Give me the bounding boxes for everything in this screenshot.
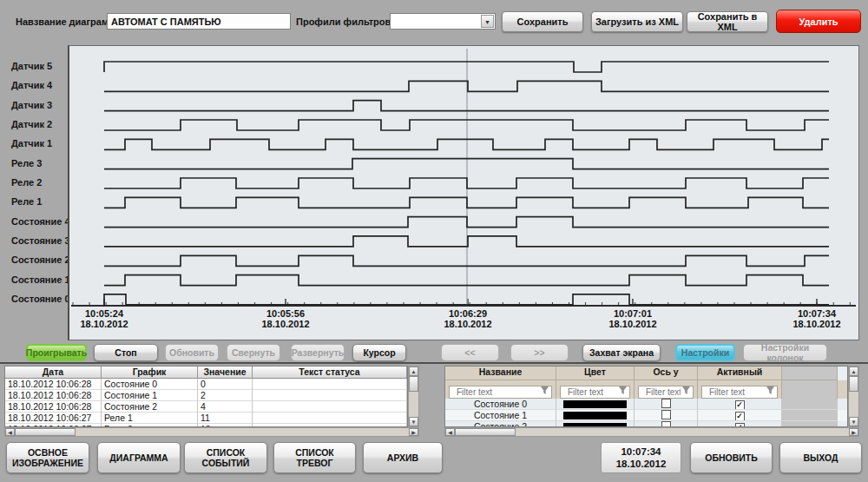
signal-label: Состояние 2	[11, 254, 67, 265]
stop-button[interactable]: Стоп	[94, 344, 158, 361]
scroll-left-button[interactable]: ◀	[445, 428, 455, 436]
filter-funnel-icon[interactable]	[618, 386, 628, 395]
events-cell	[253, 379, 407, 390]
play-button[interactable]: Проигрывать	[26, 344, 87, 361]
filter-funnel-icon[interactable]	[766, 386, 775, 395]
events-hscrollbar[interactable]: ◀▶	[4, 427, 419, 437]
series-axis-cell	[635, 421, 698, 427]
table-row[interactable]: 18.10.2012 10:06:28Состояние 24	[5, 401, 407, 413]
events-header-cell[interactable]: Текст статуса	[253, 366, 407, 379]
filter-funnel-icon[interactable]	[681, 386, 691, 395]
series-vscrollbar[interactable]: ▲▼	[848, 366, 859, 427]
settings-button[interactable]: Настройки	[675, 344, 735, 361]
events-cell: 2	[198, 390, 253, 401]
events-header-cell[interactable]: Значение	[198, 366, 253, 379]
series-header-cell[interactable]: Цвет	[556, 366, 635, 380]
table-row[interactable]: 18.10.2012 10:06:27Реле 111	[5, 413, 407, 424]
table-row[interactable]: 18.10.2012 10:06:28Состояние 12	[5, 390, 407, 401]
x-axis-date: 18.10.2012	[444, 319, 491, 329]
scroll-right-button[interactable]: ▶	[409, 428, 418, 436]
events-cell: Реле 1	[102, 413, 198, 424]
waveform-9	[104, 217, 829, 228]
table-row[interactable]: Состояние 0✓	[445, 399, 847, 410]
signal-label: Датчик 5	[11, 61, 67, 71]
filter-input[interactable]	[449, 386, 552, 399]
timing-chart-panel[interactable]: 10:05:2418.10.201210:05:5618.10.201210:0…	[68, 45, 859, 340]
screenshot-button[interactable]: Захват экрана	[582, 344, 661, 361]
events-cell: 18.10.2012 10:06:27	[5, 413, 102, 424]
series-active-cell: ✓	[698, 421, 782, 427]
scroll-up-button[interactable]: ▲	[409, 366, 418, 376]
scroll-right-button[interactable]: ▶	[849, 428, 858, 436]
series-name-cell: Состояние 0	[445, 399, 556, 410]
exit-button[interactable]: ВЫХОД	[779, 442, 862, 473]
series-color-cell[interactable]	[556, 421, 635, 427]
nav-event-list-button[interactable]: СПИСОК СОБЫТИЙ	[184, 442, 267, 473]
series-filter-cell	[445, 380, 556, 399]
save-xml-button[interactable]: Сохранить в XML	[687, 11, 768, 32]
scroll-thumb[interactable]	[455, 428, 516, 436]
nav-archive-button[interactable]: АРХИВ	[363, 442, 443, 473]
waveform-8	[104, 197, 829, 208]
events-cell: 0	[198, 379, 253, 390]
chevron-down-icon[interactable]: ▼	[481, 15, 494, 28]
series-filter-cell	[698, 380, 782, 399]
waveform-svg	[69, 46, 858, 338]
scroll-up-button[interactable]: ▲	[849, 366, 858, 376]
table-row[interactable]: 18.10.2012 10:06:28Состояние 00	[5, 379, 407, 390]
series-filter-cell	[635, 380, 698, 399]
series-header-row: НазваниеЦветОсь уАктивный	[445, 366, 847, 380]
series-active-cell: ✓	[698, 399, 782, 410]
save-button[interactable]: Сохранить	[502, 11, 583, 32]
filter-funnel-icon[interactable]	[540, 386, 549, 395]
series-hscrollbar[interactable]: ◀▶	[444, 427, 859, 437]
events-vscrollbar[interactable]: ▲▼	[408, 366, 419, 427]
x-axis-date: 18.10.2012	[80, 319, 128, 329]
active-checkbox[interactable]: ✓	[735, 412, 745, 421]
series-name-cell: Состояние 1	[445, 410, 556, 421]
nav-main-screen-button[interactable]: ОСВНОЕ ИЗОБРАЖЕНИЕ	[6, 442, 89, 473]
x-axis-label: 10:07:0118.10.2012	[608, 308, 656, 329]
x-axis-time: 10:05:56	[261, 308, 309, 319]
axis-y-checkbox[interactable]	[661, 399, 671, 408]
step-forward-button: >>	[510, 344, 569, 361]
nav-diagram-button[interactable]: ДИАГРАММА	[97, 442, 181, 473]
events-cell: Состояние 2	[102, 401, 198, 413]
series-color-cell[interactable]	[556, 399, 635, 410]
series-axis-cell	[635, 410, 698, 421]
events-cell: Состояние 1	[102, 390, 198, 401]
scroll-down-button[interactable]: ▼	[849, 417, 858, 426]
load-xml-button[interactable]: Загрузить из XML	[591, 11, 683, 32]
scroll-down-button[interactable]: ▼	[409, 417, 418, 426]
series-header-cell[interactable]: Активный	[698, 366, 782, 380]
filter-profiles-select[interactable]: ▼	[390, 13, 496, 30]
events-header-cell[interactable]: График	[102, 366, 198, 379]
axis-y-checkbox[interactable]	[661, 410, 671, 419]
axis-y-checkbox[interactable]	[661, 421, 671, 427]
series-table[interactable]: НазваниеЦветОсь уАктивныйСостояние 0✓Сос…	[444, 366, 848, 427]
refresh-chart-button: Обновить	[165, 344, 219, 361]
series-header-cell[interactable]: Название	[445, 366, 556, 380]
scroll-thumb[interactable]	[15, 428, 76, 436]
events-header-cell[interactable]: Дата	[5, 366, 102, 379]
events-cell: 4	[198, 401, 253, 413]
x-axis-label: 10:06:2918.10.2012	[444, 308, 491, 329]
scroll-thumb[interactable]	[409, 376, 418, 392]
nav-alarm-list-button[interactable]: СПИСОК ТРЕВОГ	[273, 442, 356, 473]
cursor-button[interactable]: Курсор	[352, 344, 406, 361]
x-axis-time: 10:05:24	[80, 308, 128, 319]
diagram-name-input[interactable]	[107, 13, 291, 30]
table-row[interactable]: Состояние 2✓	[445, 421, 847, 427]
series-axis-cell	[635, 399, 698, 410]
x-axis-date: 18.10.2012	[792, 319, 840, 329]
table-row[interactable]: Состояние 1✓	[445, 410, 847, 421]
delete-button[interactable]: Удалить	[776, 10, 861, 33]
active-checkbox[interactable]: ✓	[735, 400, 745, 410]
scroll-thumb[interactable]	[849, 376, 858, 392]
refresh-button[interactable]: ОБНОВИТЬ	[690, 442, 773, 473]
events-table[interactable]: ДатаГрафикЗначениеТекст статуса18.10.201…	[4, 366, 408, 427]
series-color-cell[interactable]	[556, 410, 635, 421]
scroll-left-button[interactable]: ◀	[5, 428, 15, 436]
signal-label: Датчик 4	[11, 80, 67, 90]
series-header-cell[interactable]: Ось у	[635, 366, 698, 380]
